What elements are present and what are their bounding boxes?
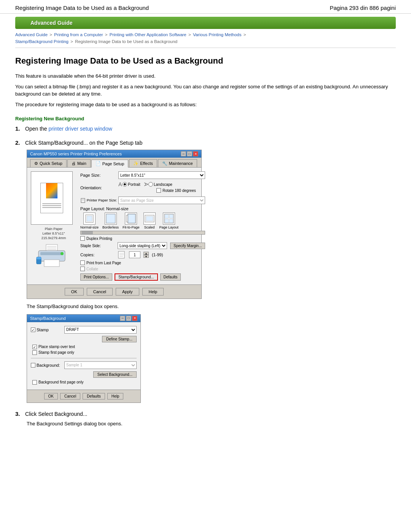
stamp-help-button[interactable]: Help: [107, 393, 124, 399]
portrait-option[interactable]: A Portrait: [118, 181, 140, 187]
rotate-checkbox[interactable]: [156, 188, 161, 193]
svg-rect-7: [44, 260, 59, 267]
dialog-tabs: ⚙ Quick Setup 🖨 Main 📄 Page Setup ✨ Effe…: [27, 158, 201, 168]
help-button[interactable]: Help: [142, 288, 164, 296]
step-3-text: Click Select Background...: [25, 411, 87, 417]
breadcrumb-link-stamp-background[interactable]: Stamp/Background Printing: [15, 39, 68, 44]
scaled-icon[interactable]: [143, 212, 156, 225]
breadcrumb-link-various-methods[interactable]: Various Printing Methods: [193, 32, 242, 37]
stamp-ok-button[interactable]: OK: [44, 393, 58, 399]
stamp-background-button[interactable]: Stamp/Background...: [115, 273, 158, 281]
step-2: 2. Click Stamp/Background... on the Page…: [15, 139, 396, 403]
tab-maintenance[interactable]: 🔧 Maintenance: [158, 159, 197, 167]
select-background-button[interactable]: Select Background...: [93, 371, 137, 378]
intro-text-1: This feature is unavailable when the 64-…: [15, 72, 396, 80]
place-over-checkbox[interactable]: [32, 345, 37, 349]
apply-button[interactable]: Apply: [116, 288, 139, 296]
stamp-restore-button[interactable]: □: [126, 316, 131, 321]
duplex-checkbox[interactable]: [80, 236, 85, 241]
duplex-row: Duplex Printing: [80, 236, 205, 241]
step-3: 3. Click Select Background... The Backgr…: [15, 411, 396, 428]
staple-row: Staple Side: Long-side stapling (Left) S…: [80, 242, 205, 249]
effects-icon: ✨: [133, 161, 139, 166]
cancel-button[interactable]: Cancel: [87, 288, 113, 296]
tab-maintenance-label: Maintenance: [169, 161, 193, 166]
ok-button[interactable]: OK: [65, 288, 84, 296]
breadcrumb-current: Registering Image Data to be Used as a B…: [75, 39, 177, 44]
background-select[interactable]: Sample 1: [64, 361, 137, 369]
normal-size-icon[interactable]: [83, 212, 96, 225]
printer-dialog: Canon MP550 series Printer Printing Pref…: [27, 150, 202, 299]
landscape-radio[interactable]: [148, 182, 153, 187]
stamp-defaults-button[interactable]: Defaults: [83, 393, 105, 399]
printer-icon: [35, 244, 69, 268]
defaults-button[interactable]: Defaults: [160, 273, 181, 281]
stamp-first-page-row: Stamp first page only: [32, 350, 137, 355]
layout-fit-to-page: Fit-to-Page: [123, 212, 140, 229]
page-size-select[interactable]: Letter 8.5"x11": [118, 171, 205, 179]
landscape-option[interactable]: A Landscape: [144, 181, 172, 187]
copies-icon: [118, 251, 126, 259]
breadcrumb-link-printing-from-computer[interactable]: Printing from a Computer: [54, 32, 103, 37]
tab-page-setup-label: Page Setup: [102, 161, 124, 166]
specify-margin-button[interactable]: Specify Margin...: [170, 243, 205, 249]
stamp-checkbox[interactable]: [31, 328, 35, 332]
svg-rect-23: [169, 219, 173, 223]
copies-input[interactable]: [129, 251, 140, 258]
svg-rect-5: [40, 252, 63, 255]
printer-paper-select[interactable]: Same as Page Size: [118, 197, 205, 204]
stamp-titlebar-controls: ─ □ ✕: [120, 316, 137, 321]
paper-label: Plain Paper Letter 8.5"x11" 215.9x279.4m…: [31, 227, 76, 240]
close-button[interactable]: ✕: [193, 151, 198, 157]
layout-normal: Normal-size: [80, 212, 99, 229]
copies-up-button[interactable]: ▲: [143, 252, 149, 255]
restore-button[interactable]: □: [187, 151, 192, 157]
collate-checkbox[interactable]: [80, 267, 85, 271]
print-options-button[interactable]: Print Options...: [80, 273, 112, 281]
borderless-icon[interactable]: [105, 212, 117, 225]
page-title: Registering Image Data to be Used as a B…: [15, 56, 396, 67]
orientation-options: A Portrait A Landscape: [118, 181, 196, 194]
bg-first-page-checkbox[interactable]: [32, 380, 37, 385]
stamp-background-dialog: Stamp/Background ─ □ ✕ Stamp DRAFT: [27, 314, 141, 403]
svg-rect-16: [128, 214, 135, 223]
orientation-row: Orientation: A Portrait A: [80, 181, 205, 194]
dialog-body: Plain Paper Letter 8.5"x11" 215.9x279.4m…: [27, 168, 201, 284]
copies-down-button[interactable]: ▼: [143, 255, 149, 258]
titlebar-controls: ─ □ ✕: [181, 151, 198, 157]
print-last-checkbox[interactable]: [80, 260, 85, 265]
scrollbar-thumb[interactable]: [81, 231, 93, 234]
page-layout-label: Page Layout: Normal-size: [80, 206, 205, 211]
header-title: Registering Image Data to be Used as a B…: [15, 5, 149, 11]
tab-page-setup[interactable]: 📄 Page Setup: [91, 160, 129, 168]
portrait-radio[interactable]: [123, 182, 127, 187]
stamp-close-button[interactable]: ✕: [132, 316, 137, 321]
tab-quick-setup[interactable]: ⚙ Quick Setup: [30, 159, 67, 167]
page-preview: [31, 171, 73, 225]
staple-select[interactable]: Long-side stapling (Left): [118, 242, 167, 249]
fit-to-page-icon[interactable]: [125, 212, 137, 225]
background-checkbox[interactable]: [31, 363, 35, 367]
stamp-first-page-checkbox[interactable]: [32, 350, 37, 355]
stamp-minimize-button[interactable]: ─: [120, 316, 125, 321]
define-stamp-button[interactable]: Define Stamp...: [102, 336, 137, 342]
dialog-bottom-buttons: OK Cancel Apply Help: [27, 284, 201, 299]
define-stamp-row: Define Stamp...: [31, 336, 137, 342]
step-1: 1. Open the printer driver setup window: [15, 125, 396, 132]
breadcrumb-link-other-software[interactable]: Printing with Other Application Software: [110, 32, 186, 37]
green-banner: Advanced Guide: [15, 17, 396, 29]
orientation-label: Orientation:: [80, 185, 118, 190]
minimize-button[interactable]: ─: [181, 151, 186, 157]
stamp-cancel-button[interactable]: Cancel: [60, 393, 80, 399]
stamp-row: Stamp DRAFT: [31, 326, 137, 334]
quick-setup-icon: ⚙: [34, 161, 38, 166]
page-layout-icon[interactable]: [163, 212, 175, 225]
layout-scrollbar[interactable]: [80, 231, 205, 235]
tab-main[interactable]: 🖨 Main: [67, 159, 91, 167]
printer-driver-link[interactable]: printer driver setup window: [49, 126, 112, 132]
layout-borderless: Borderless: [102, 212, 119, 229]
stamp-select[interactable]: DRAFT: [64, 326, 137, 334]
breadcrumb-link-advanced-guide[interactable]: Advanced Guide: [15, 32, 48, 37]
tab-effects[interactable]: ✨ Effects: [129, 159, 157, 167]
intro-text-3: The procedure for registering image data…: [15, 101, 396, 109]
